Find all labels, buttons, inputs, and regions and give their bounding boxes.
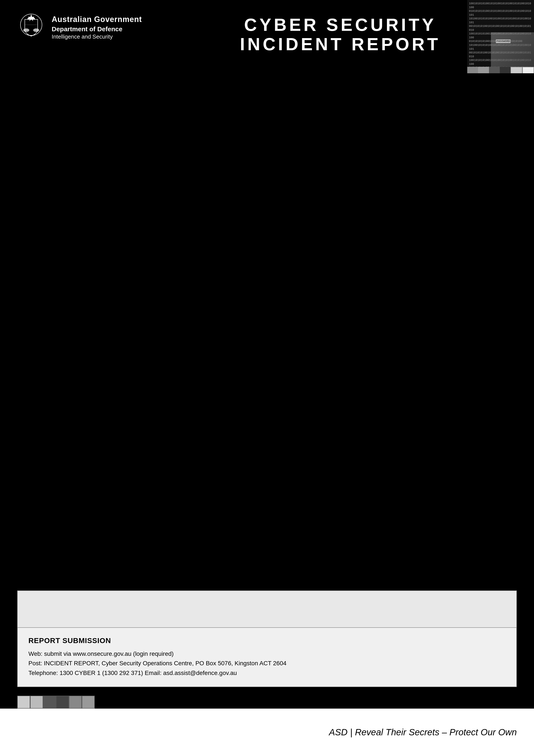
svg-point-3 xyxy=(33,28,39,32)
main-body: REPORT SUBMISSION Web: submit via www.on… xyxy=(0,73,534,756)
color-bar-bottom xyxy=(17,696,95,709)
svg-point-4 xyxy=(31,15,32,16)
logo-section: Australian Government Department of Defe… xyxy=(17,13,164,41)
title-line1: CYBER SECURITY xyxy=(240,15,441,35)
bottom-swatch-3 xyxy=(43,696,56,709)
report-submission-text: Web: submit via www.onsecure.gov.au (log… xyxy=(28,649,506,678)
australian-government-label: Australian Government xyxy=(52,15,142,24)
svg-point-2 xyxy=(23,28,29,32)
intelligence-label: Intelligence and Security xyxy=(52,33,142,40)
web-line: Web: submit via www.onsecure.gov.au (log… xyxy=(28,649,506,659)
title-section: CYBER SECURITY INCIDENT REPORT xyxy=(164,13,517,54)
bottom-swatch-5 xyxy=(69,696,82,709)
header: Australian Government Department of Defe… xyxy=(0,0,534,73)
main-title: CYBER SECURITY INCIDENT REPORT xyxy=(240,15,441,54)
post-line: Post: INCIDENT REPORT, Cyber Security Op… xyxy=(28,659,506,668)
coat-of-arms-icon xyxy=(17,13,45,41)
title-line2: INCIDENT REPORT xyxy=(240,35,441,54)
report-submission-box: REPORT SUBMISSION Web: submit via www.on… xyxy=(17,627,517,687)
tel-line: Telephone: 1300 CYBER 1 (1300 292 371) E… xyxy=(28,668,506,678)
government-text: Australian Government Department of Defe… xyxy=(52,13,142,40)
bottom-swatch-1 xyxy=(17,696,30,709)
report-submission-title: REPORT SUBMISSION xyxy=(28,636,506,645)
asd-tagline: ASD | Reveal Their Secrets – Protect Our… xyxy=(329,727,517,738)
page-footer: ASD | Reveal Their Secrets – Protect Our… xyxy=(0,709,534,756)
bottom-swatch-4 xyxy=(56,696,69,709)
hand-image-overlay xyxy=(491,32,534,67)
bottom-swatch-6 xyxy=(82,696,95,709)
cyber-image: 1001010101001010100101010010101001010100… xyxy=(467,0,534,67)
bottom-swatch-2 xyxy=(30,696,43,709)
department-label: Department of Defence xyxy=(52,25,142,33)
